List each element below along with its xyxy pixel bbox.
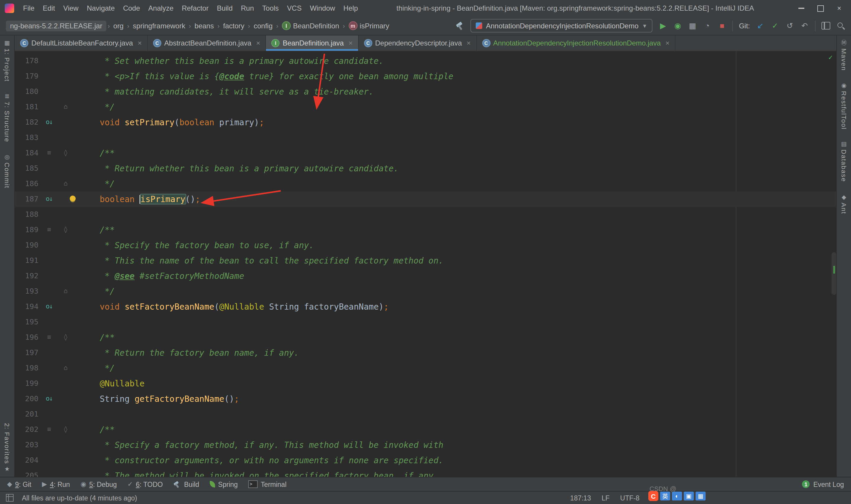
code-text[interactable]: void setFactoryBeanName(@Nullable String… [80,299,388,314]
tab-defaultlistablebeanfactory-java[interactable]: CDefaultListableBeanFactory.java× [15,35,148,51]
caret-position[interactable]: 187:13 [570,494,591,501]
line-number[interactable]: 205 [15,468,41,477]
code-line[interactable]: 184≡◊ /** [15,145,836,161]
profiler-button[interactable]: ◔ [703,22,712,30]
code-line[interactable]: 193⌂ */ [15,284,836,299]
breadcrumb-item-beandefinition[interactable]: IBeanDefinition [279,21,342,31]
fold-end-icon[interactable]: ⌂ [57,360,74,376]
menu-build[interactable]: Build [213,2,237,14]
code-line[interactable]: 178 * Set whether this bean is a primary… [15,53,836,69]
search-everywhere-icon[interactable] [836,22,845,30]
code-line[interactable]: 186⌂ */ [15,176,836,192]
code-line[interactable]: 194o↓ void setFactoryBeanName(@Nullable … [15,299,836,314]
line-number[interactable]: 187 [15,192,41,207]
line-number[interactable]: 188 [15,207,41,222]
code-line[interactable]: 199 @Nullable [15,376,836,391]
code-text[interactable]: * Set whether this bean is a primary aut… [80,53,383,69]
code-text[interactable]: void setPrimary(boolean primary); [80,115,264,130]
fold-end-icon[interactable]: ⌂ [57,284,74,299]
close-button[interactable]: × [831,2,848,14]
implemented-method-marker-icon[interactable]: o↓ [41,391,57,407]
ime-toolbox-icon[interactable]: ▦ [695,491,706,501]
implemented-method-marker-icon[interactable]: o↓ [41,299,57,314]
tool-window-button-5-debug[interactable]: ◉5: Debug [81,481,117,488]
code-line[interactable]: 204 * constructor arguments, or with no … [15,453,836,468]
code-text[interactable]: */ [80,99,115,115]
line-number[interactable]: 180 [15,84,41,99]
build-hammer-icon[interactable] [456,22,465,30]
code-text[interactable]: */ [80,176,115,192]
code-text[interactable]: * constructor arguments, or with no argu… [80,453,443,468]
code-line[interactable]: 202≡◊ /** [15,422,836,437]
line-number[interactable]: 197 [15,345,41,360]
code-line[interactable]: 185 * Return whether this bean is a prim… [15,161,836,176]
fold-marker-icon[interactable]: ◊ [57,422,74,437]
line-number[interactable]: 196 [15,330,41,345]
tool-button-maven[interactable]: ⓂMaven [840,40,848,71]
code-text[interactable]: * Specify a factory method, if any. This… [80,437,443,453]
git-update-project-button[interactable]: ↙ [756,22,765,30]
intention-bulb-icon[interactable] [70,196,76,201]
code-line[interactable]: 188 [15,207,836,222]
line-number[interactable]: 194 [15,299,41,314]
line-number[interactable]: 192 [15,268,41,284]
implemented-method-marker-icon[interactable]: o↓ [41,192,57,207]
code-line[interactable]: 181⌂ */ [15,99,836,115]
tool-button-1-project[interactable]: ▦1: Project [3,40,11,82]
code-line[interactable]: 192 * @see #setFactoryMethodName [15,268,836,284]
tool-window-switcher-icon[interactable] [6,494,14,502]
code-text[interactable]: /** [80,222,115,237]
git-commit-button[interactable]: ✓ [771,22,779,30]
line-number[interactable]: 204 [15,453,41,468]
menu-file[interactable]: File [19,2,39,14]
tool-button-database[interactable]: ▤Database [840,142,848,182]
line-number[interactable]: 199 [15,376,41,391]
tab-annotationdependencyinjectionresolutiondemo-java[interactable]: CAnnotationDependencyInjectionResolution… [477,35,675,51]
code-line[interactable]: 191 * This the name of the bean to call … [15,253,836,268]
code-line[interactable]: 201 [15,407,836,422]
code-line[interactable]: 187o↓ boolean isPrimary(); [15,192,836,207]
tool-button-commit[interactable]: ◎Commit [3,155,11,189]
tool-button-ant[interactable]: ◆Ant [840,194,848,214]
menu-vcs[interactable]: VCS [283,2,306,14]
line-number[interactable]: 190 [15,237,41,253]
line-number[interactable]: 179 [15,69,41,84]
tool-window-button-terminal[interactable]: >Terminal [249,480,287,488]
tab-dependencydescriptor-java[interactable]: CDependencyDescriptor.java× [359,35,477,51]
maximize-button[interactable] [812,2,829,14]
ime-language-indicator[interactable]: 英 [660,491,670,501]
event-log-button[interactable]: 1 Event Log [802,480,844,488]
ime-keyboard-icon[interactable]: ▣ [684,491,694,501]
code-line[interactable]: 200o↓ String getFactoryBeanName(); [15,391,836,407]
code-text[interactable]: * <p>If this value is {@code true} for e… [80,69,453,84]
line-number[interactable]: 195 [15,314,41,330]
breadcrumb-item-config[interactable]: config [251,21,275,31]
tool-button-2-favorites[interactable]: 2: Favorites★ [3,423,11,472]
line-number[interactable]: 198 [15,360,41,376]
code-text[interactable]: /** [80,145,115,161]
code-editor[interactable]: 178 * Set whether this bean is a primary… [15,51,836,477]
stop-button[interactable]: ■ [718,22,727,30]
layout-icon[interactable] [821,22,830,30]
code-text[interactable]: @Nullable [80,376,144,391]
tool-window-button-4-run[interactable]: ▶4: Run [42,481,70,488]
code-line[interactable]: 203 * Specify a factory method, if any. … [15,437,836,453]
line-number[interactable]: 200 [15,391,41,407]
code-text[interactable]: * Specify the factory bean to use, if an… [80,237,314,253]
code-line[interactable]: 179 * <p>If this value is {@code true} f… [15,69,836,84]
code-text[interactable]: /** [80,330,115,345]
tool-window-button-build[interactable]: Build [174,481,199,488]
code-line[interactable]: 195 [15,314,836,330]
code-text[interactable]: * Return whether this bean is a primary … [80,161,399,176]
code-line[interactable]: 190 * Specify the factory bean to use, i… [15,237,836,253]
breadcrumb-item-isprimary[interactable]: misPrimary [346,21,392,31]
code-line[interactable]: 205 * The method will be invoked on the … [15,468,836,477]
scrollbar-thumb[interactable] [832,252,836,295]
code-text[interactable]: * Return the factory bean name, if any. [80,345,299,360]
code-text[interactable]: /** [80,422,115,437]
tab-beandefinition-java[interactable]: IBeanDefinition.java× [266,35,359,51]
menu-navigate[interactable]: Navigate [83,2,119,14]
line-ending-indicator[interactable]: LF [602,494,610,501]
code-text[interactable]: String getFactoryBeanName(); [80,391,239,407]
menu-refactor[interactable]: Refactor [178,2,213,14]
